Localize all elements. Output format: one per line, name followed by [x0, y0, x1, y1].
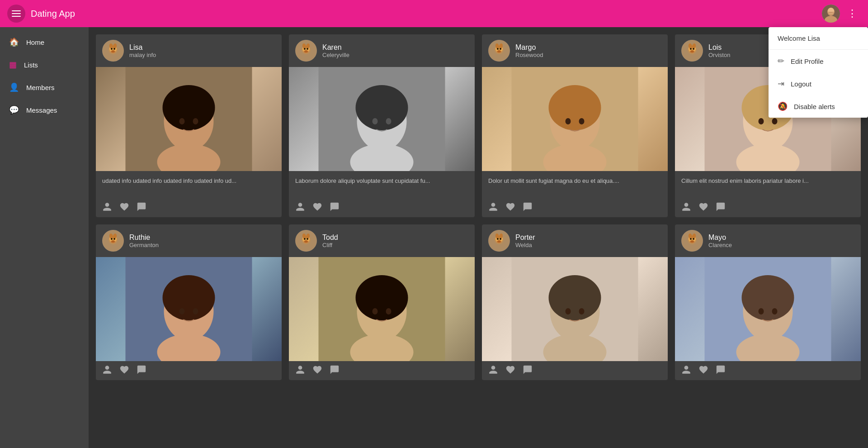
card-avatar — [102, 40, 124, 62]
svg-point-43 — [500, 48, 501, 50]
member-card-ruthie: Ruthie Germanton — [96, 224, 282, 380]
message-button[interactable] — [523, 202, 533, 212]
edit-profile-label: Edit Profile — [791, 57, 824, 65]
svg-point-50 — [579, 118, 585, 124]
svg-point-81 — [179, 308, 185, 315]
card-actions — [482, 361, 668, 380]
member-card-karen: Karen Celeryville Laborum dolore aliquip… — [289, 34, 475, 217]
svg-point-74 — [111, 238, 113, 240]
sidebar-item-members[interactable]: 👤 Members — [0, 76, 89, 99]
profile-button[interactable] — [295, 365, 305, 375]
svg-point-97 — [373, 308, 378, 315]
card-body: udated info udated info udated info udat… — [96, 171, 282, 198]
member-photo[interactable] — [289, 67, 475, 171]
svg-point-92 — [305, 240, 307, 242]
like-button[interactable] — [698, 365, 708, 375]
svg-rect-51 — [552, 103, 598, 117]
like-button[interactable] — [119, 365, 129, 375]
card-header: Lisa malay info — [96, 34, 282, 67]
svg-point-130 — [772, 308, 778, 315]
logout-item[interactable]: ⇥ Logout — [769, 72, 868, 95]
message-button[interactable] — [330, 365, 340, 375]
member-photo[interactable] — [482, 257, 668, 361]
member-card-porter: Porter Welda — [482, 224, 668, 380]
message-button[interactable] — [137, 365, 146, 375]
member-name: Mayo — [708, 234, 732, 242]
profile-button[interactable] — [295, 202, 305, 212]
message-button[interactable] — [716, 365, 726, 375]
member-photo[interactable] — [482, 67, 668, 171]
profile-button[interactable] — [102, 202, 112, 212]
edit-profile-item[interactable]: ✏ Edit Profile — [769, 50, 868, 72]
member-name: Margo — [515, 43, 543, 52]
disable-alerts-item[interactable]: 🔕 Disable alerts — [769, 95, 868, 118]
svg-point-12 — [112, 50, 114, 52]
dropdown-welcome: Welcome Lisa — [769, 27, 868, 50]
svg-point-107 — [500, 238, 501, 240]
main-layout: 🏠 Home ▦ Lists 👤 Members 💬 Messages — [0, 27, 868, 448]
bell-slash-icon: 🔕 — [778, 101, 788, 111]
sidebar-item-lists[interactable]: ▦ Lists — [0, 53, 89, 76]
card-actions — [96, 198, 282, 217]
profile-button[interactable] — [488, 365, 498, 375]
member-name: Lisa — [129, 43, 156, 52]
sidebar-members-label: Members — [26, 84, 55, 91]
topbar: Dating App ⋮ — [0, 0, 868, 27]
like-button[interactable] — [312, 365, 322, 375]
member-location: Orviston — [708, 52, 730, 58]
profile-button[interactable] — [681, 365, 691, 375]
message-button[interactable] — [137, 202, 146, 212]
card-header: Margo Rosewood — [482, 34, 668, 67]
card-actions — [289, 361, 475, 380]
svg-point-106 — [497, 238, 499, 240]
member-photo[interactable] — [289, 257, 475, 361]
member-photo[interactable] — [96, 257, 282, 361]
sidebar-item-home[interactable]: 🏠 Home — [0, 31, 89, 53]
topbar-right: ⋮ — [822, 5, 861, 23]
card-body: Laborum dolore aliquip voluptate sunt cu… — [289, 171, 475, 198]
member-photo[interactable] — [675, 257, 861, 361]
svg-point-75 — [113, 238, 115, 240]
card-avatar — [488, 40, 510, 62]
profile-button[interactable] — [102, 365, 112, 375]
like-button[interactable] — [698, 202, 708, 212]
messages-icon: 💬 — [9, 105, 19, 115]
user-avatar[interactable] — [822, 5, 840, 23]
card-body: Cillum elit nostrud enim laboris pariatu… — [675, 171, 861, 198]
profile-button[interactable] — [681, 202, 691, 212]
member-location: Celeryville — [322, 52, 349, 58]
member-description: udated info udated info udated info udat… — [102, 176, 275, 195]
content-area: Lisa malay info udated info udated info … — [89, 27, 868, 448]
message-button[interactable] — [330, 202, 340, 212]
member-location: Germanton — [129, 242, 159, 248]
member-location: Cliff — [322, 242, 338, 248]
edit-icon: ✏ — [778, 56, 784, 66]
member-photo[interactable] — [96, 67, 282, 171]
home-icon: 🏠 — [9, 37, 19, 47]
svg-point-28 — [305, 50, 307, 52]
member-location: Rosewood — [515, 52, 543, 58]
member-location: Welda — [515, 242, 535, 248]
card-actions — [482, 198, 668, 217]
member-name: Lois — [708, 43, 730, 52]
like-button[interactable] — [505, 202, 515, 212]
svg-point-11 — [113, 48, 115, 50]
disable-alerts-label: Disable alerts — [794, 103, 835, 110]
message-button[interactable] — [523, 365, 533, 375]
like-button[interactable] — [312, 202, 322, 212]
card-info: Todd Cliff — [322, 234, 338, 248]
svg-point-60 — [691, 50, 693, 52]
more-options-icon[interactable]: ⋮ — [844, 6, 861, 21]
menu-icon[interactable] — [7, 5, 25, 23]
svg-point-113 — [566, 308, 571, 315]
card-info: Mayo Clarence — [708, 234, 732, 248]
card-actions — [675, 361, 861, 380]
sidebar-messages-label: Messages — [26, 106, 57, 114]
profile-button[interactable] — [488, 202, 498, 212]
like-button[interactable] — [505, 365, 515, 375]
message-button[interactable] — [716, 202, 726, 212]
member-card-margo: Margo Rosewood Dolor ut mollit sunt fugi… — [482, 34, 668, 217]
svg-point-108 — [498, 240, 500, 242]
like-button[interactable] — [119, 202, 129, 212]
sidebar-item-messages[interactable]: 💬 Messages — [0, 99, 89, 121]
